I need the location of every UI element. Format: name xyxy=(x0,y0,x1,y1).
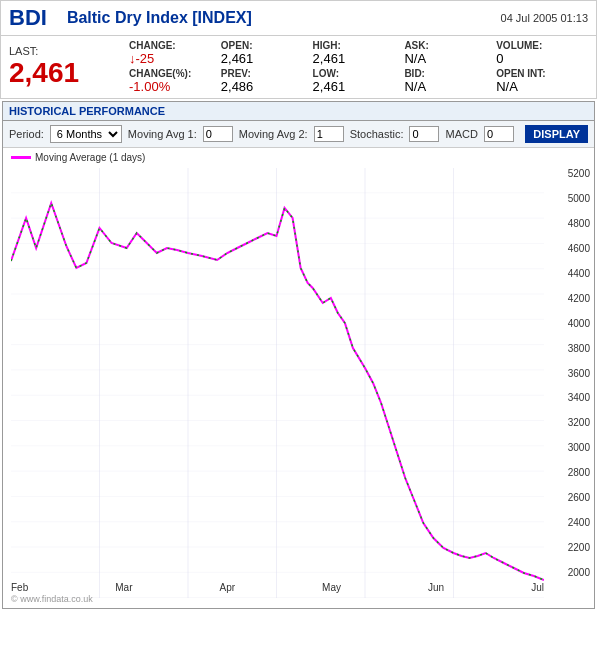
stochastic-input[interactable] xyxy=(409,126,439,142)
volume-label: VOLUME: xyxy=(496,40,588,51)
y-label-4000: 4000 xyxy=(544,318,594,329)
y-label-5000: 5000 xyxy=(544,193,594,204)
y-label-5200: 5200 xyxy=(544,168,594,179)
chart-container: Moving Average (1 days) xyxy=(3,148,594,608)
x-label-feb: Feb xyxy=(11,582,28,593)
ticker-name: Baltic Dry Index [INDEX] xyxy=(67,9,252,27)
moving-avg2-input[interactable] xyxy=(314,126,344,142)
header-bar: BDI Baltic Dry Index [INDEX] 04 Jul 2005… xyxy=(0,0,597,36)
bid-label: BID: xyxy=(404,68,496,79)
y-label-3600: 3600 xyxy=(544,368,594,379)
y-label-4600: 4600 xyxy=(544,243,594,254)
change-pct-metric: CHANGE(%): -1.00% xyxy=(129,68,221,94)
prev-metric: PREV: 2,486 xyxy=(221,68,313,94)
metrics-grid: CHANGE: ↓-25 OPEN: 2,461 HIGH: 2,461 ASK… xyxy=(129,40,588,94)
macd-input[interactable] xyxy=(484,126,514,142)
bid-value: N/A xyxy=(404,79,496,94)
low-value: 2,461 xyxy=(313,79,405,94)
y-label-2400: 2400 xyxy=(544,517,594,528)
change-value: ↓-25 xyxy=(129,51,221,66)
moving-avg2-label: Moving Avg 2: xyxy=(239,128,308,140)
period-select[interactable]: 6 Months 1 Month 3 Months 1 Year 2 Years… xyxy=(50,125,122,143)
chart-legend: Moving Average (1 days) xyxy=(11,152,145,163)
open-int-label: OPEN INT: xyxy=(496,68,588,79)
prev-label: PREV: xyxy=(221,68,313,79)
y-label-2600: 2600 xyxy=(544,492,594,503)
ask-value: N/A xyxy=(404,51,496,66)
change-pct-label: CHANGE(%): xyxy=(129,68,221,79)
y-label-2800: 2800 xyxy=(544,467,594,478)
y-label-3200: 3200 xyxy=(544,417,594,428)
y-label-3800: 3800 xyxy=(544,343,594,354)
y-label-3400: 3400 xyxy=(544,392,594,403)
open-label: OPEN: xyxy=(221,40,313,51)
high-metric: HIGH: 2,461 xyxy=(313,40,405,66)
open-metric: OPEN: 2,461 xyxy=(221,40,313,66)
ask-label: ASK: xyxy=(404,40,496,51)
volume-value: 0 xyxy=(496,51,588,66)
moving-avg1-label: Moving Avg 1: xyxy=(128,128,197,140)
ticker-symbol: BDI xyxy=(9,5,47,31)
historical-section: HISTORICAL PERFORMANCE Period: 6 Months … xyxy=(2,101,595,609)
moving-avg1-input[interactable] xyxy=(203,126,233,142)
high-value: 2,461 xyxy=(313,51,405,66)
x-label-may: May xyxy=(322,582,341,593)
change-metric: CHANGE: ↓-25 xyxy=(129,40,221,66)
open-value: 2,461 xyxy=(221,51,313,66)
chart-svg xyxy=(11,168,544,598)
x-label-mar: Mar xyxy=(115,582,132,593)
change-label: CHANGE: xyxy=(129,40,221,51)
controls-bar: Period: 6 Months 1 Month 3 Months 1 Year… xyxy=(3,121,594,148)
historical-header: HISTORICAL PERFORMANCE xyxy=(3,102,594,121)
last-value: 2,461 xyxy=(9,57,129,89)
bid-metric: BID: N/A xyxy=(404,68,496,94)
y-label-2000: 2000 xyxy=(544,567,594,578)
macd-label: MACD xyxy=(445,128,477,140)
display-button[interactable]: DISPLAY xyxy=(525,125,588,143)
period-label: Period: xyxy=(9,128,44,140)
ask-metric: ASK: N/A xyxy=(404,40,496,66)
open-int-metric: OPEN INT: N/A xyxy=(496,68,588,94)
x-label-jun: Jun xyxy=(428,582,444,593)
watermark: © www.findata.co.uk xyxy=(11,594,93,604)
legend-text: Moving Average (1 days) xyxy=(35,152,145,163)
low-label: LOW: xyxy=(313,68,405,79)
last-section: LAST: 2,461 xyxy=(9,40,129,94)
last-label: LAST: xyxy=(9,45,129,57)
y-label-4200: 4200 xyxy=(544,293,594,304)
low-metric: LOW: 2,461 xyxy=(313,68,405,94)
prev-value: 2,486 xyxy=(221,79,313,94)
stochastic-label: Stochastic: xyxy=(350,128,404,140)
legend-line-icon xyxy=(11,156,31,159)
change-pct-value: -1.00% xyxy=(129,79,221,94)
x-label-apr: Apr xyxy=(220,582,236,593)
date-time: 04 Jul 2005 01:13 xyxy=(501,12,588,24)
y-axis: 5200 5000 4800 4600 4400 4200 4000 3800 … xyxy=(544,168,594,578)
volume-metric: VOLUME: 0 xyxy=(496,40,588,66)
high-label: HIGH: xyxy=(313,40,405,51)
y-label-2200: 2200 xyxy=(544,542,594,553)
y-label-4800: 4800 xyxy=(544,218,594,229)
open-int-value: N/A xyxy=(496,79,588,94)
y-label-4400: 4400 xyxy=(544,268,594,279)
x-label-jul: Jul xyxy=(531,582,544,593)
stats-section: LAST: 2,461 CHANGE: ↓-25 OPEN: 2,461 HIG… xyxy=(0,36,597,99)
y-label-3000: 3000 xyxy=(544,442,594,453)
